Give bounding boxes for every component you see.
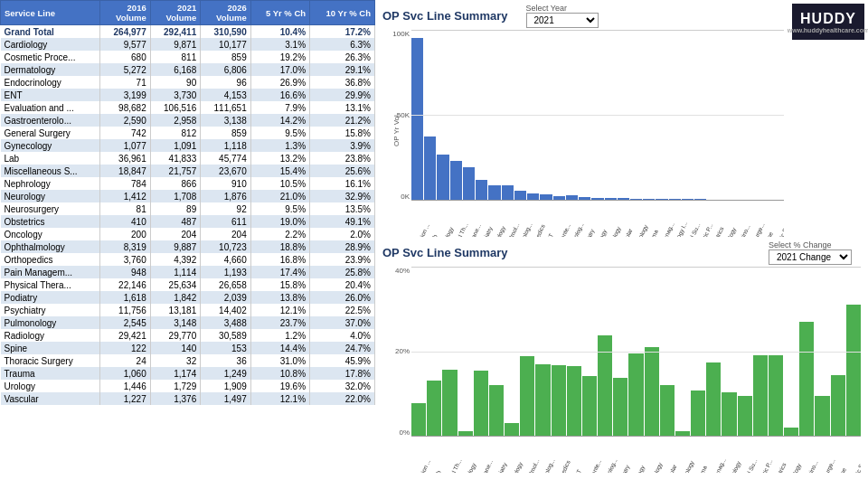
top-bar-item: Lab — [424, 30, 436, 201]
bottom-bar-item: Lab — [427, 267, 441, 438]
grand-total-10yr: 17.2% — [310, 25, 375, 39]
cell-2026: 3,138 — [201, 114, 251, 127]
cell-10yr: 32.0% — [310, 380, 375, 392]
cell-label: Trauma — [1, 367, 100, 380]
cell-2026: 14,402 — [201, 304, 251, 316]
cell-2016: 5,272 — [100, 63, 151, 76]
bottom-bar-label: Pain Manag... — [706, 457, 727, 473]
bottom-bar-item: Cosmetic P... — [753, 267, 768, 438]
bottom-bar-item: Pulmonolog... — [598, 267, 612, 438]
top-bar-item: Dermatolog... — [514, 30, 526, 201]
cell-label: Lab — [1, 152, 100, 165]
top-bar — [488, 185, 500, 201]
bottom-bar-item: Physical Th... — [442, 267, 457, 438]
bottom-bar-item: Evaluation ... — [411, 267, 426, 438]
top-bar-item: Neurosurge... — [746, 30, 758, 201]
cell-10yr: 3.9% — [310, 139, 375, 152]
cell-label: Thoracic Surgery — [1, 354, 100, 367]
top-bar-item: Pulmonolog... — [566, 30, 578, 201]
top-bar-label: ENT — [543, 232, 554, 237]
year-select-control[interactable]: Select Year 2021 2016 2026 — [526, 4, 599, 28]
cell-10yr: 26.0% — [310, 291, 375, 304]
cell-2016: 1,618 — [100, 291, 151, 304]
bottom-bar-item: Vascular — [660, 267, 675, 438]
cell-2021: 811 — [150, 51, 201, 63]
cell-2026: 910 — [201, 177, 251, 190]
top-bar — [591, 198, 603, 201]
top-bar-item: Gynecology — [630, 30, 642, 201]
bottom-bar-label: Podiatry — [616, 464, 630, 473]
table-row: Neurosurgery 81 89 92 9.5% 13.5% — [1, 202, 375, 215]
bottom-bar-label: Evaluation ... — [411, 458, 431, 473]
grand-total-5yr: 10.4% — [250, 25, 309, 39]
bottom-bar — [458, 431, 473, 437]
bottom-bar — [846, 305, 861, 437]
cell-2016: 11,756 — [100, 304, 151, 316]
cell-2021: 1,091 — [150, 139, 201, 152]
table-row: Neurology 1,412 1,708 1,876 21.0% 32.9% — [1, 190, 375, 202]
cell-2021: 32 — [150, 354, 201, 367]
table-row: Evaluation and ... 98,682 106,516 111,65… — [1, 101, 375, 114]
col-header-10yr: 10 Yr % Ch — [310, 1, 375, 25]
cell-2021: 3,148 — [150, 316, 201, 329]
top-bar-label: Gastroente... — [552, 221, 571, 236]
top-bar-item: Urology — [591, 30, 603, 201]
top-bar — [630, 199, 642, 201]
bottom-bar-item: General Su... — [738, 267, 752, 438]
cell-10yr: 26.3% — [310, 51, 375, 63]
cell-5yr: 16.8% — [250, 253, 309, 266]
logo-text: HUDDY — [800, 11, 856, 27]
cell-2021: 1,114 — [150, 266, 201, 278]
pct-select-control[interactable]: Select % Change 2021 Change 5 Yr Change … — [769, 240, 852, 265]
top-bars-container: Evaluation ... Lab Radiology Physical Th… — [411, 30, 784, 201]
data-table-panel: Service Line 2016Volume 2021Volume 2026V… — [0, 0, 375, 480]
cell-2026: 1,497 — [201, 392, 251, 405]
bottom-chart-area: 40% 20% 0% Evaluation ... Lab Physical T… — [382, 267, 861, 474]
cell-label: ENT — [1, 89, 100, 101]
top-bar-item: Pain Manag... — [656, 30, 667, 201]
bottom-bar — [613, 378, 627, 437]
cell-5yr: 16.6% — [250, 89, 309, 101]
top-bar-item: Ophthalmol... — [502, 30, 514, 201]
grand-total-label: Grand Total — [1, 25, 100, 39]
bottom-y-20: 20% — [395, 347, 410, 355]
charts-panel: HUDDY www.huddyhealthcare.com OP Svc Lin… — [375, 0, 868, 480]
year-select[interactable]: 2021 2016 2026 — [526, 13, 599, 28]
top-y-0k: 0K — [401, 193, 410, 201]
cell-2021: 204 — [150, 228, 201, 240]
cell-10yr: 25.6% — [310, 165, 375, 177]
bottom-bar-label: Cardiology — [506, 461, 524, 473]
table-row: Gynecology 1,077 1,091 1,118 1.3% 3.9% — [1, 139, 375, 152]
top-chart-header: OP Svc Line Summary Select Year 2021 201… — [382, 4, 784, 28]
cell-2026: 1,118 — [201, 139, 251, 152]
top-bar — [553, 196, 565, 201]
cell-2016: 29,421 — [100, 329, 151, 342]
cell-10yr: 22.0% — [310, 392, 375, 405]
top-bar-item: Spine — [759, 30, 770, 201]
cell-10yr: 13.5% — [310, 202, 375, 215]
cell-2016: 18,847 — [100, 165, 151, 177]
cell-2021: 3,730 — [150, 89, 201, 101]
top-bar — [424, 136, 436, 201]
col-header-5yr: 5 Yr % Ch — [250, 1, 309, 25]
bottom-bar — [645, 347, 659, 437]
cell-label: Pulmonology — [1, 316, 100, 329]
cell-2021: 1,729 — [150, 380, 201, 392]
cell-2016: 2,590 — [100, 114, 151, 127]
top-bar — [669, 199, 681, 200]
top-bar — [476, 180, 487, 200]
cell-5yr: 21.0% — [250, 190, 309, 202]
cell-2016: 410 — [100, 215, 151, 228]
cell-10yr: 28.9% — [310, 240, 375, 253]
top-bar — [733, 200, 745, 201]
bottom-chart-header: OP Svc Line Summary Select % Change 2021… — [382, 240, 861, 265]
cell-2016: 3,199 — [100, 89, 151, 101]
logo-subtext: www.huddyhealthcare.com — [788, 27, 868, 33]
bottom-bar-item: Podiatry — [613, 267, 627, 438]
bottom-bar-label: Vascular — [663, 464, 678, 473]
bottom-bar — [691, 391, 705, 437]
pct-select[interactable]: 2021 Change 5 Yr Change 10 Yr Change — [769, 249, 852, 265]
top-bar — [540, 194, 552, 200]
bottom-chart-section: OP Svc Line Summary Select % Change 2021… — [382, 240, 861, 474]
cell-5yr: 9.5% — [250, 202, 309, 215]
